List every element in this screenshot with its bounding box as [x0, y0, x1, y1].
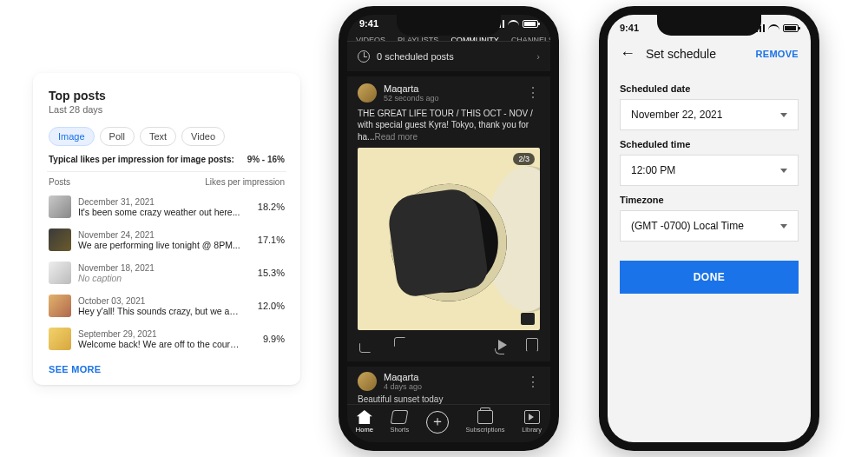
tz-field[interactable]: (GMT -0700) Local Time [620, 210, 799, 242]
wifi-icon [508, 20, 519, 28]
typical-row: Typical likes per impression for image p… [49, 155, 285, 164]
nav-label: Subscriptions [466, 426, 505, 434]
post-value: 12.0% [248, 301, 285, 311]
more-icon[interactable]: ⋮ [526, 374, 540, 390]
post-image[interactable]: 2/3 [358, 148, 540, 330]
table-row[interactable]: September 29, 2021 Welcome back! We are … [49, 322, 285, 355]
avatar[interactable] [358, 83, 377, 103]
card-subtitle: Last 28 days [49, 104, 285, 115]
divider [47, 171, 286, 172]
nav-label: Home [356, 426, 373, 434]
dislike-icon[interactable] [394, 337, 410, 353]
image-counter: 2/3 [513, 153, 535, 165]
read-more-link[interactable]: Read more [374, 132, 417, 142]
community-post: Maqarta 4 days ago ⋮ Beautiful sunset to… [347, 361, 550, 404]
done-button[interactable]: DONE [620, 261, 799, 294]
like-icon[interactable] [359, 337, 375, 353]
date-field[interactable]: November 22, 2021 [620, 99, 799, 130]
time-value: 12:00 PM [631, 164, 675, 176]
col-posts: Posts [49, 177, 70, 187]
post-meta: November 24, 2021 We are performing live… [78, 230, 241, 250]
pill-video[interactable]: Video [181, 127, 225, 146]
back-icon[interactable]: ← [620, 44, 635, 63]
page-title: Set schedule [646, 47, 716, 61]
scheduled-posts-row[interactable]: 0 scheduled posts › [347, 42, 550, 76]
time-label: Scheduled time [620, 139, 799, 149]
tz-label: Timezone [620, 195, 799, 205]
battery-icon [783, 24, 799, 32]
library-icon [524, 410, 540, 424]
post-meta: December 31, 2021 It's been some crazy w… [78, 197, 241, 217]
pill-image[interactable]: Image [49, 127, 95, 146]
image-detail [385, 186, 490, 298]
subscriptions-icon [477, 410, 493, 424]
gallery-icon [521, 313, 535, 325]
avatar[interactable] [358, 372, 377, 391]
post-body: Beautiful sunset today [358, 394, 540, 404]
post-time: 4 days ago [384, 382, 422, 391]
nav-home[interactable]: Home [356, 410, 373, 434]
post-value: 17.1% [248, 235, 285, 245]
comment-icon[interactable] [526, 338, 538, 352]
status-time: 9:41 [359, 18, 378, 29]
table-head: Posts Likes per impression [49, 177, 285, 187]
chevron-down-icon [780, 224, 787, 228]
table-row[interactable]: November 24, 2021 We are performing live… [49, 223, 285, 256]
post-header: Maqarta 4 days ago ⋮ [358, 372, 540, 391]
nav-library[interactable]: Library [522, 410, 542, 434]
date-value: November 22, 2021 [631, 109, 722, 121]
share-icon[interactable] [498, 340, 507, 350]
post-title: Hey y'all! This sounds crazy, but we are… [78, 306, 241, 316]
post-thumb [49, 195, 71, 218]
pill-poll[interactable]: Poll [100, 127, 135, 146]
author-block: Maqarta 52 seconds ago [384, 83, 439, 103]
typical-range: 9% - 16% [247, 155, 285, 164]
table-row[interactable]: October 03, 2021 Hey y'all! This sounds … [49, 289, 285, 322]
clock-icon [358, 50, 370, 63]
post-header: Maqarta 52 seconds ago ⋮ [358, 83, 540, 103]
post-date: November 24, 2021 [78, 230, 241, 240]
typical-label: Typical likes per impression for image p… [49, 155, 234, 164]
screen: 9:41 ← Set schedule REMOVE Scheduled dat… [608, 15, 811, 442]
author-block: Maqarta 4 days ago [384, 372, 422, 391]
form-body: Scheduled date November 22, 2021 Schedul… [608, 70, 811, 299]
nav-label: Library [522, 426, 542, 434]
nav-create[interactable]: ＋ [426, 411, 449, 434]
status-time: 9:41 [620, 23, 639, 33]
post-text: THE GREAT LIFE TOUR / THIS OCT - NOV / w… [358, 108, 540, 143]
nav-subscriptions[interactable]: Subscriptions [466, 410, 505, 434]
time-field[interactable]: 12:00 PM [620, 155, 799, 186]
table-row[interactable]: December 31, 2021 It's been some crazy w… [49, 190, 285, 223]
post-date: October 03, 2021 [78, 296, 241, 306]
post-value: 15.3% [248, 268, 285, 278]
post-thumb [49, 295, 71, 317]
phone-community: 9:41 VIDEOS PLAYLISTS COMMUNITY CHANNELS… [339, 6, 559, 451]
see-more-link[interactable]: SEE MORE [49, 364, 285, 374]
post-meta: September 29, 2021 Welcome back! We are … [78, 329, 241, 349]
author-name: Maqarta [384, 83, 439, 94]
post-value: 18.2% [248, 202, 285, 212]
card-title: Top posts [49, 89, 285, 103]
page-header: ← Set schedule REMOVE [608, 37, 811, 70]
community-post: Maqarta 52 seconds ago ⋮ THE GREAT LIFE … [347, 76, 550, 362]
more-icon[interactable]: ⋮ [526, 84, 540, 101]
notch [397, 15, 501, 36]
phone-schedule: 9:41 ← Set schedule REMOVE Scheduled dat… [599, 6, 819, 451]
post-meta: November 18, 2021 No caption [78, 263, 241, 283]
post-thumb [49, 328, 71, 350]
post-title: We are performing live tonight @ 8PM... [78, 240, 241, 250]
wifi-icon [768, 24, 779, 32]
date-label: Scheduled date [620, 83, 799, 94]
table-row[interactable]: November 18, 2021 No caption 15.3% [49, 256, 285, 289]
bottom-nav: Home Shorts ＋ Subscriptions Library [347, 404, 550, 442]
nav-shorts[interactable]: Shorts [391, 410, 410, 434]
tab-channels[interactable]: CHANNELS [511, 29, 550, 42]
scheduled-label: 0 scheduled posts [377, 51, 454, 62]
remove-button[interactable]: REMOVE [756, 49, 799, 59]
pill-text[interactable]: Text [140, 127, 176, 146]
author-name: Maqarta [384, 372, 422, 382]
filter-pills: Image Poll Text Video [49, 127, 285, 146]
chevron-right-icon: › [536, 51, 540, 62]
post-meta: October 03, 2021 Hey y'all! This sounds … [78, 296, 241, 316]
tab-videos[interactable]: VIDEOS [356, 29, 385, 42]
